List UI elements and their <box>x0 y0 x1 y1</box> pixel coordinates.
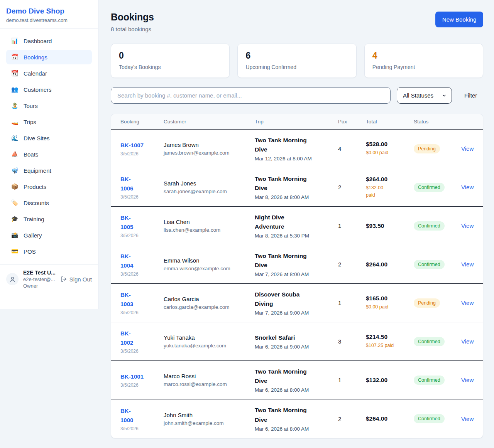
view-link[interactable]: View <box>461 261 474 268</box>
sidebar-item-label: Discounts <box>24 200 49 206</box>
total-amount: $264.00 <box>366 261 414 268</box>
column-header: Pax <box>338 119 366 125</box>
booking-id-link[interactable]: BK-1003 <box>120 290 134 309</box>
trip-cell: Two Tank Morning Dive Mar 8, 2026 at 8:0… <box>255 174 338 200</box>
view-link[interactable]: View <box>461 222 474 229</box>
customer-cell: Marco Rossi marco.rossi@example.com <box>164 373 255 387</box>
sidebar-item-customers[interactable]: 👥 Customers <box>6 82 92 97</box>
trips-icon: 🚤 <box>11 118 19 125</box>
sidebar-item-calendar[interactable]: 📆 Calendar <box>6 66 92 81</box>
sidebar-footer: E2E Test U... e2e-tester@... Owner Sign … <box>0 264 98 294</box>
booking-id-link[interactable]: BK-1006 <box>120 175 134 193</box>
tours-icon: 🏝️ <box>11 102 19 109</box>
trip-name: Two Tank Morning Dive <box>255 174 315 193</box>
booking-id-link[interactable]: BK-1002 <box>120 329 134 347</box>
sidebar-item-label: Training <box>24 216 44 222</box>
trip-datetime: Mar 6, 2026 at 8:00 AM <box>255 426 338 432</box>
sidebar-item-label: Bookings <box>24 54 47 61</box>
customer-name: Yuki Tanaka <box>164 334 255 341</box>
status-cell: Pending <box>414 298 461 308</box>
booking-id-link[interactable]: BK-1004 <box>120 252 134 270</box>
booking-cell: BK-1006 3/5/2026 <box>120 175 164 200</box>
status-badge: Confirmed <box>414 337 445 346</box>
sidebar-item-equipment[interactable]: 🤿 Equipment <box>6 163 92 178</box>
action-cell: View <box>461 184 474 190</box>
stat-value: 6 <box>245 51 348 61</box>
sign-out-label: Sign Out <box>69 276 92 283</box>
sidebar-item-training[interactable]: 🎓 Training <box>6 212 92 226</box>
sidebar-item-tours[interactable]: 🏝️ Tours <box>6 98 92 113</box>
status-cell: Confirmed <box>414 414 461 423</box>
booking-id-link[interactable]: BK-1005 <box>120 213 134 232</box>
status-badge: Confirmed <box>414 414 445 423</box>
view-link[interactable]: View <box>461 300 474 306</box>
search-input[interactable] <box>111 87 391 104</box>
new-booking-button[interactable]: New Booking <box>435 12 483 27</box>
booking-date: 3/5/2026 <box>120 271 164 277</box>
table-row: BK-1004 3/5/2026 Emma Wilson emma.wilson… <box>111 245 483 284</box>
customer-email: marco.rossi@example.com <box>164 381 255 387</box>
booking-id-link[interactable]: BK-1001 <box>120 372 164 381</box>
sidebar-item-bookings[interactable]: 📅 Bookings <box>6 50 92 64</box>
stat-label: Today's Bookings <box>119 64 222 70</box>
sidebar-item-dive-sites[interactable]: 🌊 Dive Sites <box>6 131 92 145</box>
sidebar-item-gallery[interactable]: 📸 Gallery <box>6 228 92 243</box>
total-cell: $528.00 $0.00 paid <box>366 141 414 157</box>
view-link[interactable]: View <box>461 145 474 152</box>
discounts-icon: 🏷️ <box>11 199 19 206</box>
trip-cell: Two Tank Morning Dive Mar 6, 2026 at 8:0… <box>255 406 338 431</box>
total-cell: $214.50 $107.25 paid <box>366 333 414 349</box>
action-cell: View <box>461 222 474 229</box>
page-title: Bookings <box>111 12 154 23</box>
table-header-row: BookingCustomerTripPaxTotalStatus <box>111 114 483 130</box>
trip-name: Snorkel Safari <box>255 333 315 342</box>
sign-out-button[interactable]: Sign Out <box>61 276 92 283</box>
booking-id-link[interactable]: BK-1000 <box>120 406 134 425</box>
view-link[interactable]: View <box>461 416 474 422</box>
customer-email: sarah.jones@example.com <box>164 189 255 194</box>
trip-cell: Night Dive Adventure Mar 8, 2026 at 5:30… <box>255 213 338 239</box>
booking-cell: BK-1004 3/5/2026 <box>120 252 164 277</box>
sidebar-item-products[interactable]: 📦 Products <box>6 179 92 194</box>
action-cell: View <box>461 300 474 306</box>
trip-cell: Snorkel Safari Mar 6, 2026 at 9:00 AM <box>255 333 338 350</box>
column-header: Status <box>414 119 461 125</box>
sidebar-item-dashboard[interactable]: 📊 Dashboard <box>6 34 92 48</box>
pax-cell: 2 <box>338 416 366 422</box>
user-email: e2e-tester@... <box>23 276 56 282</box>
sidebar-item-label: Gallery <box>24 232 42 239</box>
avatar <box>6 273 19 285</box>
customer-name: Lisa Chen <box>164 219 255 225</box>
total-cell: $165.00 $0.00 paid <box>366 295 414 311</box>
booking-cell: BK-1003 3/5/2026 <box>120 290 164 315</box>
booking-date: 3/5/2026 <box>120 194 164 200</box>
status-select[interactable]: All Statuses <box>397 87 452 104</box>
view-link[interactable]: View <box>461 184 474 190</box>
total-amount: $264.00 <box>366 176 414 183</box>
sidebar-item-boats[interactable]: ⛵ Boats <box>6 147 92 162</box>
trip-datetime: Mar 7, 2026 at 9:00 AM <box>255 310 338 316</box>
view-link[interactable]: View <box>461 377 474 383</box>
filter-button[interactable]: Filter <box>458 92 483 99</box>
status-select-value: All Statuses <box>403 92 433 99</box>
stat-card: 4 Pending Payment <box>364 44 483 78</box>
total-amount: $214.50 <box>366 333 414 340</box>
status-cell: Confirmed <box>414 376 461 385</box>
sidebar-item-trips[interactable]: 🚤 Trips <box>6 115 92 129</box>
sidebar-item-pos[interactable]: 💳 POS <box>6 244 92 259</box>
customer-email: emma.wilson@example.com <box>164 266 255 271</box>
total-cell: $264.00 $132.00 paid <box>366 176 414 199</box>
view-link[interactable]: View <box>461 338 474 345</box>
status-badge: Confirmed <box>414 221 445 231</box>
dive-sites-icon: 🌊 <box>11 135 19 141</box>
customer-name: Emma Wilson <box>164 257 255 264</box>
booking-date: 3/5/2026 <box>120 426 164 431</box>
table-row: BK-1005 3/5/2026 Lisa Chen lisa.chen@exa… <box>111 207 483 245</box>
booking-id-link[interactable]: BK-1007 <box>120 141 164 150</box>
trip-cell: Two Tank Morning Dive Mar 6, 2026 at 8:0… <box>255 367 338 393</box>
stats-row: 0 Today's Bookings 6 Upcoming Confirmed … <box>111 44 483 78</box>
booking-date: 3/5/2026 <box>120 310 164 315</box>
sidebar-item-discounts[interactable]: 🏷️ Discounts <box>6 195 92 210</box>
column-header: Customer <box>164 119 255 125</box>
customer-cell: James Brown james.brown@example.com <box>164 141 255 156</box>
